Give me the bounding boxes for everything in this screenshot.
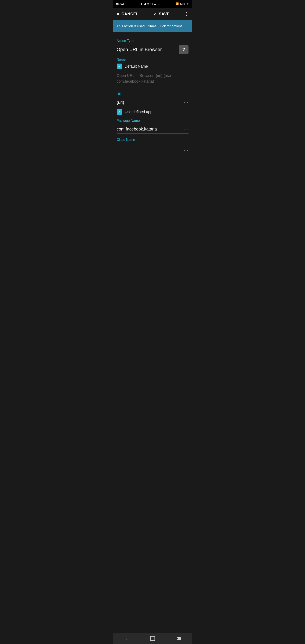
more-icon: ··· [157, 2, 160, 6]
package-name-label: Package Name [117, 119, 188, 123]
recent-apps-icon [177, 637, 181, 640]
pause-icon: ⏸ [140, 2, 142, 6]
more-options-button[interactable] [185, 10, 189, 18]
check-icon: ✓ [154, 12, 157, 16]
info-banner-text: This action is used 3 times. Click for o… [117, 24, 186, 28]
vertical-dots-icon [186, 12, 187, 16]
cancel-button[interactable]: ✕ CANCEL [116, 12, 139, 16]
class-name-row: ··· [117, 146, 188, 155]
charging-icon: ⚡ [186, 2, 189, 5]
close-icon: ✕ [116, 12, 120, 16]
name-placeholder: Open URL in Browser: {url} (use com.face… [117, 71, 188, 87]
action-type-value: Open URL in Browser [117, 47, 179, 52]
class-name-label: Class Name [117, 138, 188, 142]
use-defined-app-checkbox-row[interactable]: ✓ Use defined app [117, 109, 188, 114]
question-mark-icon: ? [182, 47, 185, 52]
cube-icon: ⬡ [150, 2, 153, 6]
status-icons: 📶 61% ⚡ [176, 2, 189, 5]
layers-icon: ❖ [147, 2, 149, 6]
default-name-checkbox-row[interactable]: ✓ Default Name [117, 64, 188, 69]
save-label: SAVE [159, 12, 170, 16]
bottom-nav: ‹ [113, 633, 192, 644]
package-name-more-button[interactable]: ··· [182, 126, 188, 132]
use-defined-app-checkbox[interactable]: ✓ [117, 109, 122, 114]
name-section-label: Name [117, 58, 188, 62]
info-banner[interactable]: This action is used 3 times. Click for o… [113, 20, 192, 32]
action-bar: ✕ CANCEL ✓ SAVE [113, 8, 192, 20]
battery-text: 61% [180, 2, 185, 5]
url-value[interactable]: {url} [117, 100, 182, 105]
cancel-label: CANCEL [122, 12, 139, 16]
url-field-row: {url} ··· [117, 98, 188, 107]
home-icon [150, 636, 155, 641]
action-type-label: Action Type [117, 39, 188, 43]
package-name-value[interactable]: com.facebook.katana [117, 127, 182, 132]
status-bar: 08:03 ⏸ ◀ ❖ ⬡ ▲ ··· 📶 61% ⚡ [113, 0, 192, 8]
action-type-row: Open URL in Browser ? [117, 45, 188, 54]
upload-icon: ▲ [154, 2, 156, 6]
content-area: Action Type Open URL in Browser ? Name ✓… [113, 32, 192, 159]
wifi-icon: 📶 [176, 2, 179, 5]
home-button[interactable] [139, 636, 166, 641]
url-underline [117, 107, 188, 107]
navigation-icon: ◀ [144, 2, 146, 6]
default-name-checkbox[interactable]: ✓ [117, 64, 122, 69]
class-name-more-button[interactable]: ··· [182, 147, 188, 153]
back-icon: ‹ [126, 636, 127, 641]
use-defined-app-label: Use defined app [125, 110, 152, 114]
main-content: Action Type Open URL in Browser ? Name ✓… [113, 32, 192, 172]
package-name-row: com.facebook.katana ··· [117, 125, 188, 134]
status-left-icons: ⏸ ◀ ❖ ⬡ ▲ ··· [140, 2, 160, 6]
name-divider [117, 88, 188, 88]
package-name-underline [117, 134, 188, 134]
url-section-label: URL [117, 92, 188, 96]
recent-apps-button[interactable] [166, 637, 192, 640]
default-name-label: Default Name [125, 64, 148, 69]
status-time: 08:03 [116, 2, 124, 6]
help-button[interactable]: ? [179, 45, 188, 54]
checkmark-icon-2: ✓ [118, 110, 121, 114]
checkmark-icon: ✓ [118, 64, 121, 68]
save-button[interactable]: ✓ SAVE [154, 12, 170, 16]
back-button[interactable]: ‹ [113, 636, 139, 641]
url-more-button[interactable]: ··· [182, 99, 188, 106]
